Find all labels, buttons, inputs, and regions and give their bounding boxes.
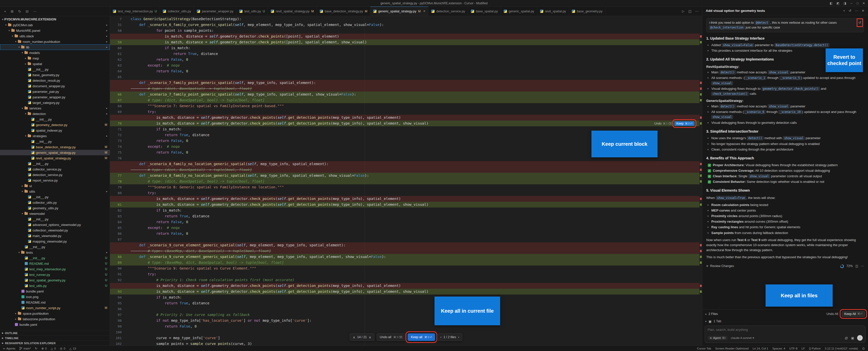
tree-folder[interactable]: ▾viewmodel: [0, 211, 110, 216]
tree-file[interactable]: document_wrapper.py: [0, 83, 110, 89]
tree-file[interactable]: spatial_indexer.py: [0, 128, 110, 133]
inline-keep-button[interactable]: Keep ⌘⇧⏎: [675, 121, 694, 126]
tree-file[interactable]: parameter_wrapper.py: [0, 94, 110, 100]
undo-all-button[interactable]: Undo all ⌘⇧⌫: [376, 333, 406, 341]
tree-file[interactable]: __init__.py: [0, 216, 110, 222]
status-item-circle[interactable]: ◎0: [60, 347, 65, 350]
model-selector[interactable]: claude-4-sonnet ▾: [731, 336, 754, 340]
close-button[interactable]: ✕: [863, 1, 865, 5]
editor-tab[interactable]: parameter_wrapper.py: [194, 6, 237, 16]
image-icon[interactable]: ▣: [851, 336, 854, 340]
tree-file[interactable]: collector_service.py: [0, 166, 110, 172]
more-icon[interactable]: ⋯: [861, 264, 864, 268]
file-navigation[interactable]: ‹ 1 / 2 files ›: [437, 333, 462, 341]
tree-file[interactable]: revit_spatial_strategy.pyM: [0, 155, 110, 161]
chevron-down-icon[interactable]: ∨: [369, 336, 371, 339]
layout-panel-icon[interactable]: ◩: [836, 1, 839, 5]
editor-tab[interactable]: test_mep_intersection.pyU: [110, 6, 160, 16]
status-item-branch[interactable]: main*: [20, 347, 31, 350]
status-item-warning[interactable]: △0: [51, 347, 56, 350]
tree-file[interactable]: bundle.yaml: [0, 322, 110, 327]
checkpoint-icon[interactable]: ↺: [859, 20, 861, 25]
editor-tab[interactable]: base_detection_strategy.pyM: [317, 6, 370, 16]
tree-folder[interactable]: ▾room_number.pushbutton●: [0, 39, 110, 44]
columns-icon[interactable]: ◫: [856, 264, 859, 268]
plus-icon[interactable]: +: [843, 9, 845, 12]
editor-tab[interactable]: base_spatial.py: [468, 6, 501, 16]
tree-file[interactable]: target_category.py: [0, 100, 110, 105]
editor-tab[interactable]: base_geometry.py: [569, 6, 606, 16]
sidebar-section-outline[interactable]: ▸OUTLINE: [0, 330, 110, 336]
status-item[interactable]: Screen Reader Optimized: [715, 347, 748, 350]
tree-file[interactable]: collector_utils.py: [0, 200, 110, 205]
minimize-button[interactable]: ─: [850, 1, 852, 5]
editor-tab[interactable]: revit_spatial.py: [537, 6, 569, 16]
layout-sidebar-icon[interactable]: ◧: [830, 1, 832, 5]
tree-folder[interactable]: ▾models: [0, 50, 110, 56]
maximize-button[interactable]: □: [857, 1, 859, 5]
sidebar-section-timeline[interactable]: ▸TIMELINE: [0, 336, 110, 341]
sidebar-section-resharper-solution-explorer[interactable]: ▸RESHARPER SOLUTION EXPLORER: [0, 341, 110, 346]
tree-file[interactable]: test_mep_intersection.pyU: [0, 266, 110, 272]
editor-tab[interactable]: generic_spatial_strategy.pyM✕: [370, 6, 429, 16]
tree-folder[interactable]: ▾services●: [0, 105, 110, 111]
tree-file[interactable]: advanced_options_viewmodel.py: [0, 222, 110, 227]
tree-file[interactable]: __init__.py: [0, 194, 110, 200]
tree-file[interactable]: detection_result.py: [0, 78, 110, 83]
diffbar-keep-all-button[interactable]: Keep all ⌘⇧⏎: [408, 333, 435, 341]
new-folder-icon[interactable]: ⊞: [10, 9, 13, 13]
more-icon[interactable]: ⋯: [33, 9, 37, 13]
close-icon[interactable]: ✕: [423, 9, 426, 13]
status-item-error[interactable]: ⊗0: [41, 347, 47, 350]
tree-folder[interactable]: ▾MunichRE.panel●: [0, 28, 110, 33]
layout-secondary-sidebar-icon[interactable]: ◨: [843, 1, 846, 5]
tree-file[interactable]: __init__.py: [0, 161, 110, 166]
tree-file[interactable]: icon.png: [0, 294, 110, 299]
tree-file[interactable]: geometry_detector.pyM: [0, 122, 110, 128]
diff-overview-ruler[interactable]: [700, 16, 702, 346]
send-button[interactable]: ↑: [857, 335, 863, 341]
tree-file[interactable]: report_service.py: [0, 178, 110, 183]
tree-file[interactable]: collection_viewmodel.py: [0, 227, 110, 233]
new-file-icon[interactable]: +: [4, 9, 6, 13]
status-item-infinity[interactable]: ∞Agents: [3, 347, 16, 350]
diff-counter[interactable]: ∧ 14 / 21 ∨: [349, 333, 374, 341]
tree-folder[interactable]: ▾lib●: [0, 44, 110, 50]
editor-tab[interactable]: revit_spatial_strategy.pyM: [268, 6, 317, 16]
tree-file[interactable]: __init__.pyU: [0, 255, 110, 261]
tree-file[interactable]: __init__.py: [0, 139, 110, 144]
chat-input[interactable]: Plan, search, build anything ∞ Agent ⌘I …: [705, 325, 866, 343]
tree-folder[interactable]: ▾tests●: [0, 250, 110, 255]
chat-keep-all-button[interactable]: Keep All ⌘⏎: [842, 311, 865, 317]
code-editor[interactable]: 7class GenericSpatialStrategy(BaseDetect…: [110, 16, 702, 346]
review-changes-label[interactable]: Review Changes: [710, 264, 734, 268]
tree-file[interactable]: README.md: [0, 299, 110, 305]
inline-undo-button[interactable]: Undo ⌘⇧⌫: [654, 122, 672, 125]
tree-file[interactable]: __init__.py: [0, 244, 110, 250]
tree-file[interactable]: generic_spatial_strategy.pyM: [0, 150, 110, 155]
tree-file[interactable]: test_runner.pyU: [0, 272, 110, 277]
chevron-left-icon[interactable]: ‹: [440, 336, 441, 339]
chevron-up-icon[interactable]: ∧: [353, 336, 355, 339]
run-icon[interactable]: ▷: [682, 9, 685, 13]
tree-folder[interactable]: ▸space.pushbutton: [0, 311, 110, 316]
tree-folder[interactable]: ▸spatial: [0, 61, 110, 67]
status-item[interactable]: UTF-8: [789, 347, 798, 350]
more-icon[interactable]: ⋯: [695, 9, 699, 13]
status-item[interactable]: Ln 14, Col 1: [753, 347, 768, 350]
tree-file[interactable]: __init__.py: [0, 67, 110, 72]
tree-file[interactable]: detection_service.py: [0, 172, 110, 178]
user-message[interactable]: i think you need to add option to @detec…: [706, 18, 864, 32]
tree-file[interactable]: README.mdU: [0, 261, 110, 266]
status-item-warning[interactable]: △13: [69, 347, 76, 350]
status-item-sync[interactable]: ↻: [35, 347, 37, 350]
tree-file[interactable]: mapping_viewmodel.py: [0, 238, 110, 244]
tree-file[interactable]: base_geometry.py: [0, 72, 110, 78]
agent-mode-selector[interactable]: ∞ Agent ⌘I: [708, 336, 728, 340]
tree-file[interactable]: main_viewmodel.py: [0, 233, 110, 238]
tree-file[interactable]: bundle.yaml: [0, 288, 110, 294]
editor-tab[interactable]: test_utils.pyU: [237, 6, 268, 16]
chat-tabs-row[interactable]: ▾ ▣ 1 Tab: [702, 318, 868, 324]
status-item[interactable]: Cursor Tab: [697, 347, 711, 350]
status-item[interactable]: Spaces: 4: [772, 347, 785, 350]
